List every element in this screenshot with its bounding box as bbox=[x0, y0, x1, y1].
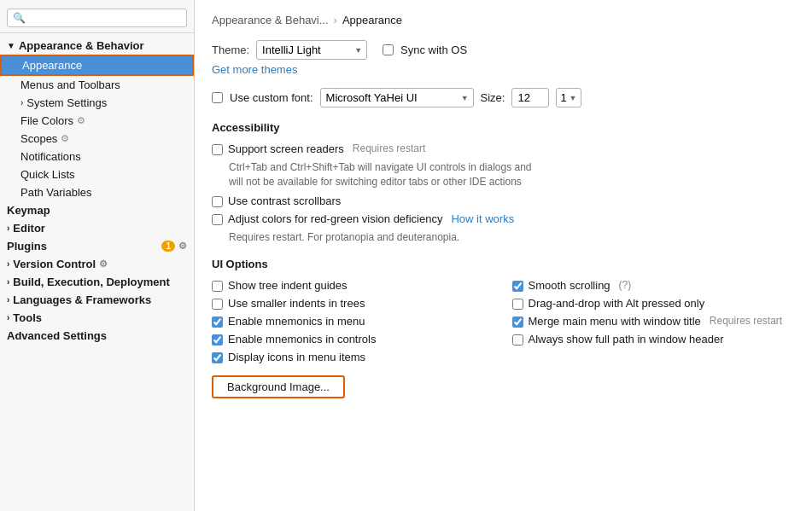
arrow-icon: › bbox=[7, 277, 9, 287]
custom-font-checkbox[interactable] bbox=[212, 92, 223, 103]
display-icons-row: Display icons in menu items bbox=[212, 351, 495, 363]
sidebar-item-label: Menus and Toolbars bbox=[20, 78, 120, 91]
drag-drop-checkbox[interactable] bbox=[512, 299, 523, 310]
ui-options-right: Smooth scrolling (?) Drag-and-drop with … bbox=[512, 279, 796, 369]
ui-options-left: Show tree indent guides Use smaller inde… bbox=[212, 279, 495, 369]
sidebar-item-system-settings[interactable]: ›System Settings bbox=[0, 94, 194, 112]
sidebar-item-plugins[interactable]: Plugins1⚙ bbox=[0, 237, 194, 255]
ui-options-title: UI Options bbox=[212, 258, 795, 270]
contrast-scrollbars-label: Use contrast scrollbars bbox=[228, 195, 341, 207]
arrow-icon: ▼ bbox=[7, 41, 15, 50]
mnemonics-controls-row: Enable mnemonics in controls bbox=[212, 333, 495, 346]
color-blindness-row: Adjust colors for red-green vision defic… bbox=[212, 212, 795, 225]
how-it-works-link[interactable]: How it works bbox=[451, 212, 514, 225]
sidebar-item-label: Plugins bbox=[7, 240, 47, 253]
contrast-scrollbars-checkbox[interactable] bbox=[212, 196, 223, 207]
background-image-button[interactable]: Background Image... bbox=[212, 375, 345, 398]
sidebar-item-label: Quick Lists bbox=[20, 168, 75, 181]
sidebar-item-label: Path Variables bbox=[20, 186, 92, 199]
breadcrumb-current: Appearance bbox=[342, 14, 402, 26]
smooth-scrolling-label: Smooth scrolling bbox=[529, 279, 610, 292]
settings-icon: ⚙ bbox=[99, 258, 108, 270]
sidebar-item-label: Tools bbox=[13, 311, 42, 324]
settings-sidebar: ▼Appearance & BehaviorAppearanceMenus an… bbox=[0, 0, 195, 511]
screen-readers-desc: Ctrl+Tab and Ctrl+Shift+Tab will navigat… bbox=[229, 160, 795, 189]
full-path-row: Always show full path in window header bbox=[512, 333, 796, 346]
theme-select-wrapper: IntelliJ Light Darcula High Contrast bbox=[256, 40, 367, 60]
sidebar-item-quick-lists[interactable]: Quick Lists bbox=[0, 165, 194, 183]
arrow-icon: › bbox=[7, 295, 9, 305]
screen-readers-row: Support screen readers Requires restart bbox=[212, 142, 795, 155]
sidebar-item-tools[interactable]: ›Tools bbox=[0, 309, 194, 327]
font-select[interactable]: Microsoft YaHei UI Arial Consolas bbox=[320, 88, 474, 107]
sidebar-item-label: Appearance & Behavior bbox=[19, 39, 144, 52]
sidebar-item-languages-frameworks[interactable]: ›Languages & Frameworks bbox=[0, 291, 194, 309]
sync-os-checkbox[interactable] bbox=[383, 44, 394, 55]
tree-indent-row: Show tree indent guides bbox=[212, 279, 495, 292]
sidebar-item-label: Version Control bbox=[13, 258, 96, 270]
mnemonics-menu-checkbox[interactable] bbox=[212, 316, 223, 328]
merge-menu-row: Merge main menu with window title Requir… bbox=[512, 315, 796, 328]
screen-readers-checkbox[interactable] bbox=[212, 144, 223, 155]
sidebar-item-advanced-settings[interactable]: Advanced Settings bbox=[0, 327, 194, 345]
sidebar-item-label: Build, Execution, Deployment bbox=[13, 276, 169, 288]
get-themes-link[interactable]: Get more themes bbox=[212, 63, 795, 76]
arrow-icon: › bbox=[20, 98, 23, 107]
accessibility-section: Accessibility Support screen readers Req… bbox=[212, 121, 795, 244]
color-blindness-checkbox[interactable] bbox=[212, 214, 223, 225]
size-select[interactable]: 12 bbox=[556, 88, 581, 107]
full-path-checkbox[interactable] bbox=[512, 334, 523, 346]
settings-icon: ⚙ bbox=[77, 115, 85, 126]
mnemonics-menu-row: Enable mnemonics in menu bbox=[212, 315, 495, 328]
mnemonics-controls-label: Enable mnemonics in controls bbox=[228, 333, 376, 346]
sidebar-item-appearance[interactable]: Appearance bbox=[0, 55, 194, 76]
display-icons-checkbox[interactable] bbox=[212, 352, 223, 363]
settings-icon: ⚙ bbox=[178, 241, 187, 252]
breadcrumb-separator: › bbox=[334, 14, 337, 26]
sidebar-item-label: System Settings bbox=[26, 96, 107, 109]
breadcrumb: Appearance & Behavi... › Appearance bbox=[212, 14, 795, 26]
sidebar-item-scopes[interactable]: Scopes⚙ bbox=[0, 130, 194, 148]
screen-readers-label: Support screen readers bbox=[228, 142, 344, 155]
sidebar-item-keymap[interactable]: Keymap bbox=[0, 201, 194, 219]
sidebar-item-notifications[interactable]: Notifications bbox=[0, 148, 194, 165]
sidebar-item-version-control[interactable]: ›Version Control⚙ bbox=[0, 255, 194, 273]
theme-select[interactable]: IntelliJ Light Darcula High Contrast bbox=[256, 40, 367, 60]
size-select-wrapper: 12 bbox=[556, 88, 581, 107]
badge: 1 bbox=[161, 241, 175, 252]
tree-indent-label: Show tree indent guides bbox=[228, 279, 347, 292]
smaller-indents-checkbox[interactable] bbox=[212, 299, 223, 310]
mnemonics-controls-checkbox[interactable] bbox=[212, 334, 223, 346]
drag-drop-label: Drag-and-drop with Alt pressed only bbox=[529, 297, 705, 310]
sidebar-item-label: Scopes bbox=[20, 132, 57, 145]
size-input[interactable] bbox=[511, 88, 549, 107]
theme-label: Theme: bbox=[212, 44, 249, 56]
sidebar-item-appearance-behavior[interactable]: ▼Appearance & Behavior bbox=[0, 37, 194, 55]
merge-menu-tag: Requires restart bbox=[710, 315, 782, 327]
accessibility-title: Accessibility bbox=[212, 121, 795, 134]
sidebar-item-label: Editor bbox=[13, 222, 45, 235]
merge-menu-checkbox[interactable] bbox=[512, 316, 523, 328]
sidebar-item-build-execution[interactable]: ›Build, Execution, Deployment bbox=[0, 273, 194, 291]
ui-options-section: UI Options Show tree indent guides Use s… bbox=[212, 258, 795, 398]
settings-main: Appearance & Behavi... › Appearance Them… bbox=[195, 0, 812, 511]
color-blindness-label: Adjust colors for red-green vision defic… bbox=[228, 212, 442, 225]
smooth-scrolling-checkbox[interactable] bbox=[512, 281, 523, 292]
sidebar-item-menus-toolbars[interactable]: Menus and Toolbars bbox=[0, 76, 194, 94]
size-label: Size: bbox=[481, 91, 505, 104]
full-path-label: Always show full path in window header bbox=[529, 333, 724, 346]
settings-icon: ⚙ bbox=[61, 133, 69, 144]
tree-indent-checkbox[interactable] bbox=[212, 281, 223, 292]
font-row: Use custom font: Microsoft YaHei UI Aria… bbox=[212, 88, 795, 107]
display-icons-label: Display icons in menu items bbox=[228, 351, 365, 363]
color-blindness-desc: Requires restart. For protanopia and deu… bbox=[229, 230, 795, 245]
arrow-icon: › bbox=[7, 224, 9, 233]
sidebar-item-editor[interactable]: ›Editor bbox=[0, 219, 194, 237]
contrast-scrollbars-row: Use contrast scrollbars bbox=[212, 195, 795, 207]
sidebar-item-file-colors[interactable]: File Colors⚙ bbox=[0, 112, 194, 130]
sidebar-item-path-variables[interactable]: Path Variables bbox=[0, 183, 194, 201]
sidebar-item-label: Advanced Settings bbox=[7, 329, 107, 342]
search-input[interactable] bbox=[7, 9, 187, 27]
search-container bbox=[0, 3, 194, 33]
smooth-scrolling-help-icon[interactable]: (?) bbox=[619, 279, 632, 291]
